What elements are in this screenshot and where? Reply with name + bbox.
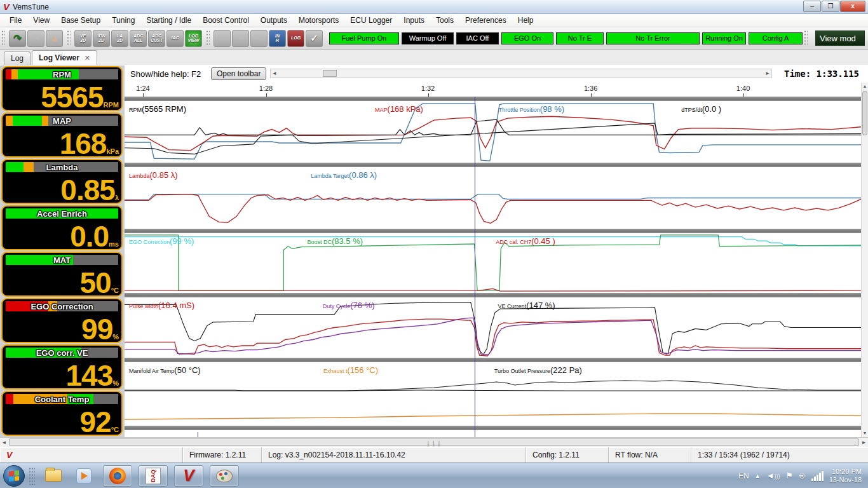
status-light-fuel-pump-on[interactable]: Fuel Pump On: [329, 32, 399, 44]
close-button[interactable]: x: [840, 1, 865, 12]
chart-pan-scrollbar[interactable]: ◄ ►: [270, 69, 772, 78]
gauge-mat[interactable]: MAT50°C: [1, 252, 123, 297]
gauge-coolant-temp[interactable]: Coolant Temp92°C: [1, 391, 123, 436]
time-cursor-line[interactable]: [475, 97, 475, 437]
adc-all-button[interactable]: ADC ALL: [130, 30, 147, 47]
vertical-scrollbar-thumb[interactable]: [862, 91, 867, 135]
language-indicator[interactable]: EN: [738, 471, 749, 480]
na-button[interactable]: N/A: [232, 30, 249, 47]
adc-cust-button[interactable]: ADC CUST: [148, 30, 165, 47]
series-value: (16.4 mS): [158, 301, 194, 310]
start-button[interactable]: [3, 465, 25, 487]
menu-item-file[interactable]: File: [4, 15, 27, 26]
disconnect-icon[interactable]: ↷: [27, 30, 44, 47]
scroll-right-icon[interactable]: ►: [860, 438, 868, 447]
open-toolbar-button[interactable]: Open toolbar: [211, 67, 266, 80]
gauge-lambda[interactable]: Lambda0.85λ: [1, 159, 123, 204]
pan-scrollbar-thumb[interactable]: [323, 70, 337, 77]
connect-icon[interactable]: ↷: [9, 30, 26, 47]
gps-button[interactable]: GPS: [214, 30, 231, 47]
tab-close-icon[interactable]: ✕: [85, 54, 90, 62]
scroll-down-icon[interactable]: ▼: [862, 430, 868, 437]
log-button[interactable]: LOG: [287, 30, 304, 47]
pan-right-arrow-icon[interactable]: ►: [764, 69, 771, 78]
taskbar-firefox-button[interactable]: [103, 465, 132, 487]
status-light-config-a[interactable]: Config A: [749, 32, 803, 44]
taskbar-explorer-button[interactable]: [39, 465, 68, 487]
vemstune-icon: V: [183, 466, 194, 485]
maximize-button[interactable]: ❐: [822, 1, 839, 12]
log-view-button[interactable]: LOG VIEW: [185, 30, 202, 47]
minimize-button[interactable]: –: [803, 1, 821, 12]
network-signal-icon[interactable]: [811, 471, 824, 481]
series-name: MAP: [375, 107, 388, 113]
ecu-button[interactable]: ECU: [250, 30, 268, 47]
status-light-running-on[interactable]: Running On: [702, 32, 746, 44]
status-light-no-tr-error[interactable]: No Tr Error: [606, 32, 700, 44]
chart-vertical-scrollbar[interactable]: ▲ ▼: [861, 83, 868, 437]
show-hidden-icons-button[interactable]: ▲: [755, 473, 761, 479]
series-name: VE Current: [498, 303, 527, 309]
menu-item-starting-idle[interactable]: Starting / Idle: [140, 15, 197, 26]
horizontal-scrollbar-thumb[interactable]: ❘❘❘: [9, 438, 859, 446]
ign-2d-button[interactable]: IGN 2D: [93, 30, 110, 47]
pan-left-arrow-icon[interactable]: ◄: [271, 69, 278, 78]
menu-item-boost-control[interactable]: Boost Control: [197, 15, 255, 26]
ve-3d-button[interactable]: VE 3D: [74, 30, 92, 47]
scroll-up-icon[interactable]: ▲: [862, 83, 868, 90]
menu-item-ecu-logger[interactable]: ECU Logger: [344, 15, 398, 26]
gauge-ego-correction[interactable]: EGO Correction99%: [1, 298, 123, 343]
chart-panel-lambda[interactable]: Lambda(0.85 λ)Lambda Target(0.86 λ): [125, 167, 861, 229]
la-2d-button[interactable]: LA 2D: [111, 30, 128, 47]
gauge-map[interactable]: MAP168kPa: [1, 112, 123, 158]
iac-button[interactable]: IAC: [166, 30, 184, 47]
taskbar-clock[interactable]: 10:20 PM 13-Nov-18: [829, 468, 862, 484]
menu-item-tools[interactable]: Tools: [430, 15, 459, 26]
gauge-header-bar: RPM: [6, 69, 118, 79]
in-r-button[interactable]: IN R: [269, 30, 286, 47]
chart-panel-pw-dc-ve[interactable]: Pulse width(16.4 mS)Duty Cycle(76 %)VE C…: [125, 297, 861, 358]
menu-item-base-setup[interactable]: Base Setup: [55, 15, 106, 26]
volume-icon[interactable]: ◄))): [766, 471, 780, 480]
taskbar-vemstune-button[interactable]: V: [174, 465, 203, 487]
menu-item-inputs[interactable]: Inputs: [398, 15, 430, 26]
menu-item-view[interactable]: View: [27, 15, 55, 26]
taskbar-idaq-button[interactable]: DAQ: [139, 465, 168, 487]
menu-item-motorsports[interactable]: Motorsports: [293, 15, 344, 26]
status-light-ego-on[interactable]: EGO On: [501, 32, 553, 44]
status-light-iac-off[interactable]: IAC Off: [456, 32, 499, 44]
taskbar-paint-button[interactable]: [210, 465, 239, 487]
chart-panel-ego-boost-adc[interactable]: EGO Correction(99 %)Boost DC(83.5 %)ADC …: [125, 233, 861, 293]
power-plug-icon[interactable]: ⎆: [799, 471, 805, 481]
action-center-flag-icon[interactable]: ⚑: [786, 471, 794, 480]
horizontal-scrollbar[interactable]: ◄ ❘❘❘ ►: [0, 437, 868, 447]
menu-item-preferences[interactable]: Preferences: [459, 15, 512, 26]
time-tick-label: 1:40: [736, 85, 750, 92]
view-mode-button[interactable]: View mod: [815, 30, 865, 46]
menu-item-tuning[interactable]: Tuning: [106, 15, 140, 26]
gauge-unit: %: [112, 333, 119, 341]
burn-icon[interactable]: ▲: [46, 30, 63, 47]
series-value: (0.45 ): [531, 236, 555, 246]
title-bar[interactable]: V VemsTune – ❐ x: [0, 0, 868, 14]
gauge-accel-enrich[interactable]: Accel Enrich0.0ms: [1, 205, 123, 250]
tab-log-viewer[interactable]: Log Viewer ✕: [32, 50, 97, 65]
series-name: Exhaust t: [323, 368, 348, 374]
scroll-left-icon[interactable]: ◄: [0, 438, 8, 447]
taskbar-media-player-button[interactable]: [69, 465, 98, 487]
toolbar-group-2: GPSN/AECUIN RLOG✓: [211, 30, 325, 47]
chart-panel-rpm-map-tps[interactable]: RPM(5565 RPM)MAP(168 kPa)Throttle Positi…: [125, 101, 861, 163]
status-light-no-tr-e[interactable]: No Tr E: [556, 32, 604, 44]
series-label-duty-cycle: Duty Cycle(76 %): [323, 299, 375, 311]
menu-item-help[interactable]: Help: [512, 15, 539, 26]
tab-log[interactable]: Log: [4, 51, 31, 65]
gauge-rpm[interactable]: RPM5565RPM: [1, 66, 123, 111]
gauge-ego-corr-ve[interactable]: EGO corr. VE143%: [1, 344, 123, 390]
status-light-warmup-off[interactable]: Warmup Off: [402, 32, 454, 44]
log-viewer-chart-area[interactable]: Show/hide help: F2 Open toolbar ◄ ► Time…: [125, 65, 868, 437]
log-marker-tick: [198, 432, 198, 437]
ok-button[interactable]: ✓: [306, 30, 323, 47]
chart-panel-mat-exhaust-turbo[interactable]: Manifold Air Temp(50 °C)Exhaust t(156 °C…: [125, 362, 861, 426]
menu-item-outputs[interactable]: Outputs: [255, 15, 293, 26]
series-name: Duty Cycle: [323, 303, 351, 309]
